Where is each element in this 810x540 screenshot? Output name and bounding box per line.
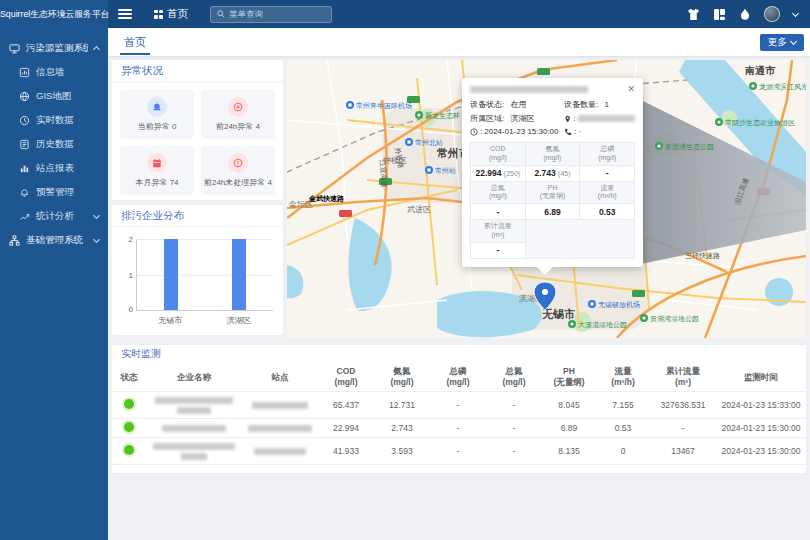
cell-nh3: 12.731 bbox=[374, 392, 430, 419]
hamburger-menu-icon[interactable] bbox=[118, 9, 132, 19]
stat-value: 74 bbox=[170, 178, 179, 187]
metric-value: - bbox=[471, 204, 526, 220]
stat-value: 0 bbox=[172, 122, 176, 131]
redacted-company-name bbox=[162, 425, 226, 432]
metric-unit: (mg/l) bbox=[544, 154, 562, 161]
map-poi-label: 龙游湾滨江风光带 bbox=[759, 82, 806, 91]
device-status-label: 设备状态: bbox=[470, 99, 504, 110]
sidebar-item-statistics[interactable]: 统计分析 bbox=[0, 204, 108, 228]
sidebar-item-label: GIS地图 bbox=[36, 90, 99, 103]
hierarchy-icon bbox=[9, 235, 20, 246]
table-row[interactable]: 22.994 2.743 - - 6.89 0.53 - 2024-01-23 … bbox=[112, 419, 806, 438]
map-road-label: 三环快速路 bbox=[685, 252, 720, 260]
metric-name: COD bbox=[490, 145, 506, 152]
metric-unit: (m³/h) bbox=[598, 192, 617, 199]
panel-title: 实时监测 bbox=[112, 345, 806, 363]
col-status: 状态 bbox=[121, 372, 138, 382]
cell-tp: - bbox=[430, 438, 486, 465]
bar-chart: 2 1 0 bbox=[136, 239, 273, 311]
topbar-actions bbox=[687, 6, 810, 22]
table-row[interactable]: 65.437 12.731 - - 8.045 7.155 327636.531… bbox=[112, 392, 806, 419]
empty-cell bbox=[525, 220, 634, 259]
plus-circle-icon bbox=[228, 97, 248, 117]
metric-value: 6.89 bbox=[525, 204, 580, 220]
address-separator: : bbox=[573, 114, 575, 123]
col-total-flow: 累计流量 bbox=[666, 366, 700, 376]
cell-tn: - bbox=[486, 438, 542, 465]
bar-chart-icon bbox=[19, 163, 30, 174]
sidebar-item-pollution-system[interactable]: 污染源监测系统 bbox=[0, 36, 108, 60]
bar-binhu bbox=[232, 239, 246, 310]
cell-flow: 7.155 bbox=[596, 392, 650, 419]
tab-home[interactable]: 首页 bbox=[120, 28, 150, 56]
map-poi-label: 常州奔牛国际机场 bbox=[356, 102, 412, 110]
sidebar-item-gis-map[interactable]: GIS地图 bbox=[0, 84, 108, 108]
map-poi-label: 常州站 bbox=[435, 167, 456, 175]
popup-metrics-table: COD(mg/l) 氨氮(mg/l) 总磷(mg/l) 22.994 (250)… bbox=[470, 142, 635, 259]
cell-tp: - bbox=[430, 392, 486, 419]
map-canvas[interactable]: 常州市 无锡市 南通市 钟楼区 武进区 金坛区 滨湖区 金武快速路 外环路 江宜… bbox=[287, 60, 806, 338]
device-count-value: 1 bbox=[605, 100, 609, 109]
more-button[interactable]: 更多 bbox=[760, 34, 804, 51]
chevron-down-icon bbox=[93, 235, 100, 242]
redacted-company-name bbox=[153, 443, 235, 450]
device-status-value: 在用 bbox=[510, 99, 526, 110]
sidebar-item-label: 污染源监测系统 bbox=[26, 42, 88, 55]
metric-unit: (mg/l) bbox=[598, 154, 616, 161]
sidebar-item-history-data[interactable]: 历史数据 bbox=[0, 132, 108, 156]
cell-cod: 41.933 bbox=[318, 438, 374, 465]
stat-card-current-abnormal: 当前异常 0 bbox=[120, 90, 194, 139]
cell-cod: 65.437 bbox=[318, 392, 374, 419]
search-input[interactable] bbox=[229, 9, 325, 19]
layout-columns-icon[interactable] bbox=[713, 8, 726, 21]
monitoring-table: 状态 企业名称 站点 COD(mg/l) 氨氮(mg/l) 总磷(mg/l) 总… bbox=[112, 363, 806, 465]
sidebar-item-label: 基础管理系统 bbox=[26, 234, 88, 247]
stat-label: 前24h异常 bbox=[216, 122, 253, 131]
sidebar-item-label: 历史数据 bbox=[36, 138, 99, 151]
sidebar-item-base-system[interactable]: 基础管理系统 bbox=[0, 228, 108, 252]
metric-limit: (45) bbox=[558, 170, 570, 177]
panel-abnormal-status: 异常状况 当前异常 0 前24h异常 4 本月异常 74 bbox=[112, 60, 283, 200]
status-dot-online bbox=[124, 422, 134, 432]
sidebar-item-info-wall[interactable]: 信息墙 bbox=[0, 60, 108, 84]
sidebar-item-alert-management[interactable]: 预警管理 bbox=[0, 180, 108, 204]
col-tn: 总氮 bbox=[506, 366, 523, 376]
col-nh3: 氨氮 bbox=[394, 366, 411, 376]
user-avatar[interactable] bbox=[764, 6, 780, 22]
metric-name: PH bbox=[548, 184, 558, 191]
theme-skin-icon[interactable] bbox=[687, 8, 700, 21]
cell-time: 2024-01-23 15:30:00 bbox=[716, 419, 806, 438]
metric-name: 总氮 bbox=[491, 184, 505, 191]
tabbar: 首页 更多 bbox=[108, 28, 810, 56]
menu-search[interactable] bbox=[210, 6, 332, 23]
topbar: 首页 bbox=[108, 0, 810, 28]
stat-value: 4 bbox=[256, 122, 260, 131]
phone-icon bbox=[564, 128, 572, 136]
cell-cod: 22.994 bbox=[318, 419, 374, 438]
chevron-down-icon[interactable] bbox=[792, 9, 799, 16]
map-poi-label: 常州北站 bbox=[415, 139, 443, 147]
info-wall-icon bbox=[19, 67, 30, 78]
redacted-station-name bbox=[248, 425, 312, 432]
map-road-label: 金武快速路 bbox=[308, 195, 345, 203]
x-category: 滨湖区 bbox=[205, 315, 274, 326]
panel-realtime-monitoring: 实时监测 状态 企业名称 站点 COD(mg/l) 氨氮(mg/l) 总磷(mg… bbox=[112, 345, 806, 473]
map-poi-label: 贡湖湾湿地公园 bbox=[650, 315, 699, 323]
topbar-home-link[interactable]: 首页 bbox=[154, 7, 188, 21]
redacted-company-name bbox=[155, 397, 233, 404]
stat-label: 本月异常 bbox=[135, 178, 167, 187]
close-icon[interactable]: ✕ bbox=[627, 85, 635, 94]
cell-ph: 8.045 bbox=[542, 392, 596, 419]
sidebar-item-realtime-data[interactable]: 实时数据 bbox=[0, 108, 108, 132]
stat-value: 4 bbox=[268, 178, 272, 187]
status-dot-online bbox=[124, 399, 134, 409]
table-row[interactable]: 41.933 3.593 - - 8.135 0 13467 2024-01-2… bbox=[112, 438, 806, 465]
redacted-company-name bbox=[181, 453, 207, 460]
more-label: 更多 bbox=[768, 36, 787, 49]
sidebar-item-station-report[interactable]: 站点报表 bbox=[0, 156, 108, 180]
redacted-company-title bbox=[470, 86, 588, 93]
calendar-icon bbox=[147, 153, 167, 173]
metric-unit: (mg/l) bbox=[489, 192, 507, 199]
stat-label: 当前异常 bbox=[138, 122, 170, 131]
flame-icon[interactable] bbox=[739, 8, 751, 21]
